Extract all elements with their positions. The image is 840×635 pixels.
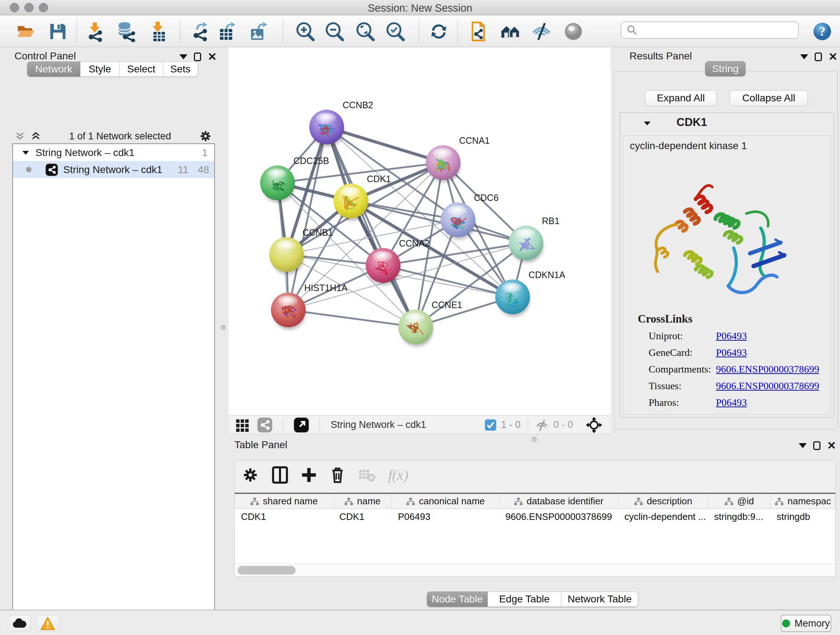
crosslink-link[interactable]: P06493 (716, 330, 747, 342)
expand-all-icon[interactable] (14, 131, 25, 141)
tree-expander-icon[interactable] (21, 148, 30, 157)
grid-view-icon[interactable] (234, 417, 250, 433)
export-network-button[interactable] (189, 21, 210, 42)
network-node-CCNE1[interactable]: CCNE1 (398, 300, 462, 347)
column-header-description[interactable]: description (618, 494, 708, 509)
zoom-out-button[interactable] (324, 21, 345, 42)
panel-close-icon[interactable]: ✕ (829, 52, 837, 61)
cell[interactable]: cyclin-dependent ... (618, 509, 708, 524)
panel-close-icon[interactable]: ✕ (208, 52, 217, 61)
warnings-button[interactable] (36, 615, 59, 632)
scrollbar-thumb[interactable] (238, 566, 295, 575)
panel-float-icon[interactable] (194, 52, 201, 61)
zoom-selected-button[interactable] (385, 21, 406, 42)
home-button[interactable] (500, 21, 521, 42)
help-button[interactable]: ? (812, 21, 833, 42)
zoom-fit-button[interactable] (355, 21, 376, 42)
node-label: CDC25B (294, 156, 329, 166)
titlebar: Session: New Session (0, 0, 840, 15)
protein-structure-image (641, 165, 793, 311)
tab-edge-table[interactable]: Edge Table (488, 592, 561, 607)
export-image-button[interactable] (248, 21, 269, 42)
selected-checkbox-icon[interactable] (485, 419, 497, 431)
refresh-button[interactable] (428, 21, 449, 42)
delete-column-icon[interactable] (330, 466, 346, 484)
panel-float-icon[interactable] (813, 441, 821, 450)
string-results-container: String Expand All Collapse All CDK1 cycl… (614, 71, 838, 429)
network-view[interactable]: CCNB2CCNA1CDC25BCDK1CDC6RB1CCNB1CCNA2CDK… (229, 48, 611, 415)
column-header-canonical-name[interactable]: canonical name (392, 494, 499, 509)
panel-minimize-icon[interactable] (800, 54, 808, 59)
column-header-shared-name[interactable]: shared name (235, 494, 333, 509)
network-node-CCNB1[interactable]: CCNB1 (269, 227, 333, 274)
cell[interactable]: CDK1 (333, 509, 392, 524)
crosslink-link[interactable]: P06493 (716, 347, 747, 358)
tab-style[interactable]: Style (80, 62, 120, 77)
cell[interactable]: 9606.ENSP00000378699 (499, 509, 618, 524)
show-columns-icon[interactable] (272, 466, 288, 484)
network-collection-row[interactable]: String Network – cdk1 1 (13, 144, 214, 161)
import-network-button[interactable] (85, 21, 106, 42)
zoom-in-button[interactable] (294, 21, 316, 42)
panel-float-icon[interactable] (815, 52, 822, 61)
open-session-button[interactable] (16, 21, 36, 42)
network-share-gray-icon[interactable] (257, 417, 273, 433)
cell[interactable]: stringdb:9... (708, 509, 771, 524)
cell[interactable]: P06493 (392, 509, 499, 524)
warning-icon (40, 616, 55, 630)
hide-details-button[interactable] (531, 21, 552, 42)
panel-minimize-icon[interactable] (799, 443, 807, 448)
network-node-HIST1H1A[interactable]: HIST1H1A (271, 283, 347, 330)
tab-network-table[interactable]: Network Table (561, 592, 638, 607)
network-row[interactable]: String Network – cdk1 11 48 (13, 161, 214, 178)
crosslink-link[interactable]: P06493 (716, 397, 747, 409)
column-header-name[interactable]: name (333, 494, 392, 509)
search-input[interactable] (621, 21, 799, 39)
memory-button[interactable]: Memory (781, 615, 831, 632)
crosslink-link[interactable]: 9606.ENSP00000378699 (716, 380, 819, 392)
import-network-from-database-button[interactable] (116, 21, 137, 42)
node-label: CCNE1 (431, 300, 462, 310)
tab-node-table[interactable]: Node Table (427, 592, 488, 607)
left-splitter-handle[interactable] (221, 325, 226, 330)
tab-sets[interactable]: Sets (163, 62, 198, 77)
show-graphics-details-button[interactable] (563, 21, 584, 42)
gray-eye-icon (563, 21, 584, 42)
save-session-button[interactable] (47, 21, 68, 42)
network-node-CDC6[interactable]: CDC6 (441, 193, 499, 240)
collapse-card-icon[interactable] (643, 119, 652, 128)
add-column-icon[interactable] (301, 466, 317, 484)
toolbar-separator (180, 19, 180, 43)
cell[interactable]: CDK1 (235, 509, 333, 524)
cloud-status-button[interactable] (8, 615, 31, 632)
column-header--id[interactable]: @id (708, 494, 771, 509)
hidden-eye-icon[interactable] (535, 418, 549, 432)
tab-string[interactable]: String (705, 61, 745, 76)
expand-all-button[interactable]: Expand All (645, 90, 717, 106)
table-horizontal-scrollbar[interactable] (235, 564, 835, 576)
network-options-gear-icon[interactable] (199, 130, 212, 143)
collapse-all-icon[interactable] (30, 131, 41, 141)
panel-minimize-icon[interactable] (180, 54, 187, 59)
column-header-database-identifier[interactable]: database identifier (499, 494, 618, 509)
collapse-all-button[interactable]: Collapse All (729, 90, 808, 106)
clone-network-button[interactable] (469, 21, 490, 42)
network-node-CCNA1[interactable]: CCNA1 (426, 135, 490, 182)
network-node-CDKN1A[interactable]: CDKN1A (495, 270, 565, 317)
table-panel-tabs: Node TableEdge TableNetwork Table (427, 592, 638, 607)
tab-network[interactable]: Network (27, 62, 80, 77)
zoom-in-icon (294, 21, 316, 42)
houses-icon (500, 21, 521, 42)
birdseye-crosshair-icon[interactable] (585, 416, 603, 434)
tab-select[interactable]: Select (120, 62, 163, 77)
crosslinks-heading: CrossLinks (638, 312, 692, 325)
column-header-namespac[interactable]: namespac (771, 494, 835, 509)
crosslink-link[interactable]: 9606.ENSP00000378699 (716, 363, 819, 375)
import-table-button[interactable] (148, 21, 169, 42)
network-node-RB1[interactable]: RB1 (508, 216, 560, 263)
panel-close-icon[interactable]: ✕ (827, 441, 836, 450)
open-in-new-icon[interactable] (294, 417, 309, 433)
cell[interactable]: stringdb (771, 509, 835, 524)
export-table-button[interactable] (217, 21, 238, 42)
table-options-gear-icon[interactable] (241, 466, 259, 484)
